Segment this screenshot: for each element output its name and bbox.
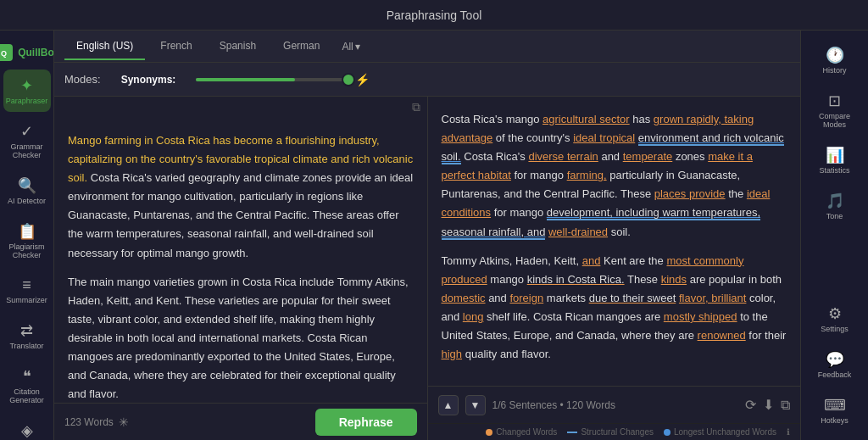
right-item-compare[interactable]: ⊡ Compare Modes: [804, 85, 865, 136]
tab-spanish[interactable]: Spanish: [208, 33, 268, 60]
summarizer-icon: ≡: [22, 276, 31, 294]
changed-word-11: and: [582, 254, 601, 267]
sentence-info: 1/6 Sentences • 120 Words: [492, 399, 739, 411]
changed-word-15: domestic: [442, 292, 486, 304]
sidebar-left: Q QuillBot ✦ Paraphraser ✓ Grammar Check…: [0, 31, 54, 440]
right-item-feedback[interactable]: 💬 Feedback: [804, 343, 865, 386]
slider-end-icon: ⚡: [355, 73, 370, 86]
logo-text: QuillBot: [18, 47, 54, 58]
sidebar-item-citation[interactable]: ❝ Citation Generator: [3, 360, 51, 411]
legend-info-icon[interactable]: ℹ: [787, 427, 790, 437]
sidebar-item-flow[interactable]: ◈ QuillBot Flow: [3, 415, 51, 440]
sidebar-item-label: Summarizer: [6, 296, 47, 304]
changed-word-5: temperate: [623, 150, 673, 163]
right-item-label: Statistics: [819, 166, 849, 175]
editor-area: ⧉ Mango farming in Costa Rica has become…: [54, 97, 800, 440]
changed-word-7: farming,: [567, 169, 607, 181]
sidebar-item-paraphraser[interactable]: ✦ Paraphraser: [3, 70, 51, 112]
legend-changed: Changed Words: [486, 427, 557, 437]
right-item-history[interactable]: 🕐 History: [804, 39, 865, 81]
nav-up-button[interactable]: ▲: [438, 395, 459, 415]
sidebar-right: 🕐 History ⊡ Compare Modes 📊 Statistics 🎵…: [800, 31, 868, 440]
grammar-icon: ✓: [20, 122, 33, 141]
copy-output-icon[interactable]: ⧉: [781, 398, 790, 413]
translator-icon: ⇄: [20, 321, 33, 340]
slider-container: ⚡: [196, 73, 790, 86]
legend-structural: Structural Changes: [567, 427, 654, 437]
modes-bar: Modes: Synonyms: ⚡: [54, 63, 800, 97]
sidebar-item-label: Plagiarism Checker: [7, 242, 47, 259]
header-title: Paraphrasing Tool: [387, 8, 482, 22]
tab-english[interactable]: English (US): [64, 33, 145, 60]
copy-icon[interactable]: ⧉: [412, 100, 420, 114]
output-footer: ▲ ▼ 1/6 Sentences • 120 Words ⟳ ⬇ ⧉: [428, 386, 801, 423]
changed-word-16: foreign: [509, 292, 543, 304]
tabs-bar: English (US) French Spanish German All ▾: [54, 31, 800, 63]
changed-word-3: ideal tropical: [573, 131, 635, 144]
sidebar-item-translator[interactable]: ⇄ Translator: [3, 315, 51, 357]
input-footer: 123 Words ✳ Rephrase: [54, 403, 427, 440]
changed-word-4: diverse terrain: [528, 150, 598, 163]
structural-text-3: due to their sweet: [589, 292, 676, 304]
sidebar-item-label: Translator: [9, 342, 43, 350]
right-item-label: Settings: [821, 325, 849, 333]
changed-word-19: mostly shipped: [664, 310, 737, 323]
quillbot-logo-icon: Q: [0, 44, 13, 61]
input-paragraph-1: Mango farming in Costa Rica has become a…: [68, 131, 414, 263]
flow-icon: ◈: [21, 421, 33, 440]
right-item-settings[interactable]: ⚙ Settings: [804, 298, 865, 340]
right-item-label: History: [822, 66, 846, 75]
legend-dot-longest: [664, 429, 670, 436]
compare-icon: ⊡: [828, 92, 841, 110]
svg-text:Q: Q: [1, 49, 7, 58]
slider-thumb[interactable]: [342, 73, 355, 86]
sidebar-item-summarizer[interactable]: ≡ Summarizer: [3, 270, 51, 311]
tone-icon: 🎵: [826, 192, 844, 210]
changed-word-21: high: [442, 348, 463, 360]
mode-synonyms[interactable]: Synonyms:: [111, 70, 186, 89]
legend-dot-changed: [486, 429, 492, 436]
right-item-label: Tone: [826, 212, 843, 220]
input-text[interactable]: Mango farming in Costa Rica has become a…: [54, 118, 427, 403]
feedback-icon: 💬: [826, 350, 844, 369]
right-item-hotkeys[interactable]: ⌨ Hotkeys: [804, 389, 865, 432]
hotkeys-icon: ⌨: [824, 396, 846, 415]
output-paragraph-1: Costa Rica's mango agricultural sector h…: [442, 110, 787, 242]
tab-german[interactable]: German: [271, 33, 331, 60]
sidebar-item-grammar[interactable]: ✓ Grammar Checker: [3, 115, 51, 166]
sidebar-item-label: AI Detector: [8, 197, 46, 205]
sidebar-item-label: Grammar Checker: [7, 142, 47, 159]
app-body: Q QuillBot ✦ Paraphraser ✓ Grammar Check…: [0, 31, 868, 440]
sidebar-item-plagiarism[interactable]: 📋 Plagiarism Checker: [3, 215, 51, 266]
right-item-statistics[interactable]: 📊 Statistics: [804, 139, 865, 181]
tab-all[interactable]: All ▾: [335, 34, 366, 59]
output-text: Costa Rica's mango agricultural sector h…: [428, 97, 801, 386]
output-panel: Costa Rica's mango agricultural sector h…: [428, 97, 801, 440]
output-paragraph-2: Tommy Atkins, Haden, Keitt, and Kent are…: [442, 252, 787, 365]
changed-word-10: well-drained: [548, 226, 608, 238]
modes-label: Modes:: [64, 73, 101, 86]
changed-word-20: renowned: [698, 329, 746, 342]
legend-longest: Longest Unchanged Words: [664, 427, 776, 437]
statistics-icon: 📊: [826, 146, 844, 164]
input-paragraph-2: The main mango varieties grown in Costa …: [68, 273, 414, 403]
sidebar-item-ai-detector[interactable]: 🔍 AI Detector: [3, 170, 51, 212]
changed-word-14: kinds: [661, 273, 687, 286]
ai-detector-icon: 🔍: [18, 176, 36, 195]
right-item-label: Compare Modes: [808, 112, 862, 129]
rephrase-button[interactable]: Rephrase: [315, 409, 417, 436]
slider-track[interactable]: [196, 78, 348, 81]
right-item-tone[interactable]: 🎵 Tone: [804, 185, 865, 227]
main-content: English (US) French Spanish German All ▾…: [54, 31, 800, 440]
nav-down-button[interactable]: ▼: [465, 395, 486, 415]
chevron-down-icon: ▾: [355, 41, 360, 53]
download-icon[interactable]: ⬇: [763, 397, 774, 413]
synonyms-action-icon[interactable]: ⟳: [745, 397, 756, 413]
citation-icon: ❝: [23, 367, 31, 386]
sidebar-item-label: Paraphraser: [6, 97, 48, 105]
word-count: 123 Words ✳: [64, 415, 129, 429]
sparkle-icon[interactable]: ✳: [119, 415, 129, 429]
action-icons: ⟳ ⬇ ⧉: [745, 397, 790, 413]
tab-french[interactable]: French: [148, 33, 203, 60]
plagiarism-icon: 📋: [18, 222, 36, 241]
